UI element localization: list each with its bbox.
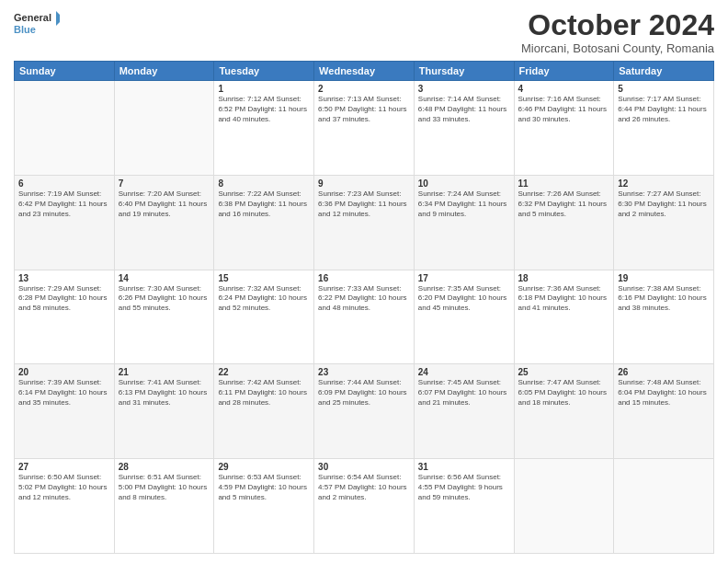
calendar-cell: 22Sunrise: 7:42 AM Sunset: 6:11 PM Dayli… xyxy=(214,364,314,459)
day-number: 4 xyxy=(518,84,610,94)
day-number: 9 xyxy=(318,178,410,189)
day-detail: Sunrise: 7:48 AM Sunset: 6:04 PM Dayligh… xyxy=(618,378,710,408)
calendar-cell xyxy=(614,459,714,554)
day-detail: Sunrise: 7:24 AM Sunset: 6:34 PM Dayligh… xyxy=(418,190,510,219)
svg-text:Blue: Blue xyxy=(14,24,36,35)
calendar-cell: 3Sunrise: 7:14 AM Sunset: 6:48 PM Daylig… xyxy=(414,81,514,176)
day-number: 21 xyxy=(119,367,210,377)
day-detail: Sunrise: 7:44 AM Sunset: 6:09 PM Dayligh… xyxy=(318,378,410,408)
day-detail: Sunrise: 7:42 AM Sunset: 6:11 PM Dayligh… xyxy=(218,378,310,408)
calendar-cell: 29Sunrise: 6:53 AM Sunset: 4:59 PM Dayli… xyxy=(214,459,314,554)
calendar-day-header: Sunday xyxy=(15,62,115,81)
day-detail: Sunrise: 7:17 AM Sunset: 6:44 PM Dayligh… xyxy=(618,95,710,124)
day-number: 16 xyxy=(318,273,410,283)
day-detail: Sunrise: 6:54 AM Sunset: 4:57 PM Dayligh… xyxy=(318,473,410,502)
day-detail: Sunrise: 7:47 AM Sunset: 6:05 PM Dayligh… xyxy=(518,378,610,408)
svg-marker-2 xyxy=(56,11,60,26)
calendar-cell: 16Sunrise: 7:33 AM Sunset: 6:22 PM Dayli… xyxy=(314,270,415,364)
day-detail: Sunrise: 7:13 AM Sunset: 6:50 PM Dayligh… xyxy=(318,95,410,124)
day-number: 29 xyxy=(218,462,310,472)
day-detail: Sunrise: 6:56 AM Sunset: 4:55 PM Dayligh… xyxy=(418,473,510,502)
svg-text:General: General xyxy=(14,12,51,23)
day-detail: Sunrise: 6:53 AM Sunset: 4:59 PM Dayligh… xyxy=(218,473,310,502)
day-number: 20 xyxy=(18,367,110,377)
calendar-day-header: Friday xyxy=(514,62,614,81)
day-detail: Sunrise: 7:14 AM Sunset: 6:48 PM Dayligh… xyxy=(418,95,510,124)
calendar-cell: 25Sunrise: 7:47 AM Sunset: 6:05 PM Dayli… xyxy=(514,364,614,459)
day-detail: Sunrise: 7:12 AM Sunset: 6:52 PM Dayligh… xyxy=(218,95,310,124)
calendar-cell xyxy=(114,81,214,176)
day-detail: Sunrise: 7:45 AM Sunset: 6:07 PM Dayligh… xyxy=(418,378,510,408)
calendar-header-row: SundayMondayTuesdayWednesdayThursdayFrid… xyxy=(15,62,714,81)
day-number: 15 xyxy=(218,273,310,283)
day-detail: Sunrise: 7:20 AM Sunset: 6:40 PM Dayligh… xyxy=(119,190,210,219)
calendar-cell: 19Sunrise: 7:38 AM Sunset: 6:16 PM Dayli… xyxy=(614,270,714,364)
day-number: 2 xyxy=(318,84,410,94)
calendar-cell: 9Sunrise: 7:23 AM Sunset: 6:36 PM Daylig… xyxy=(314,175,415,270)
day-number: 25 xyxy=(518,367,610,377)
calendar-cell: 6Sunrise: 7:19 AM Sunset: 6:42 PM Daylig… xyxy=(15,175,115,270)
calendar-table: SundayMondayTuesdayWednesdayThursdayFrid… xyxy=(14,61,714,554)
calendar-cell: 21Sunrise: 7:41 AM Sunset: 6:13 PM Dayli… xyxy=(114,364,214,459)
day-detail: Sunrise: 7:38 AM Sunset: 6:16 PM Dayligh… xyxy=(618,284,710,314)
day-detail: Sunrise: 7:39 AM Sunset: 6:14 PM Dayligh… xyxy=(18,378,110,408)
calendar-week-row: 1Sunrise: 7:12 AM Sunset: 6:52 PM Daylig… xyxy=(15,81,714,176)
day-detail: Sunrise: 7:22 AM Sunset: 6:38 PM Dayligh… xyxy=(218,190,310,219)
day-detail: Sunrise: 7:33 AM Sunset: 6:22 PM Dayligh… xyxy=(318,284,410,314)
day-number: 14 xyxy=(119,273,210,283)
header: General Blue October 2024 Miorcani, Boto… xyxy=(14,9,714,55)
day-detail: Sunrise: 7:30 AM Sunset: 6:26 PM Dayligh… xyxy=(119,284,210,314)
subtitle: Miorcani, Botosani County, Romania xyxy=(521,41,714,55)
calendar-day-header: Thursday xyxy=(414,62,514,81)
calendar-day-header: Tuesday xyxy=(214,62,314,81)
day-number: 30 xyxy=(318,462,410,472)
day-number: 11 xyxy=(518,178,610,189)
day-detail: Sunrise: 7:35 AM Sunset: 6:20 PM Dayligh… xyxy=(418,284,510,314)
calendar-day-header: Wednesday xyxy=(314,62,415,81)
calendar-cell: 18Sunrise: 7:36 AM Sunset: 6:18 PM Dayli… xyxy=(514,270,614,364)
day-number: 24 xyxy=(418,367,510,377)
calendar-cell: 10Sunrise: 7:24 AM Sunset: 6:34 PM Dayli… xyxy=(414,175,514,270)
day-detail: Sunrise: 7:41 AM Sunset: 6:13 PM Dayligh… xyxy=(119,378,210,408)
calendar-week-row: 20Sunrise: 7:39 AM Sunset: 6:14 PM Dayli… xyxy=(15,364,714,459)
day-number: 28 xyxy=(119,462,210,472)
day-number: 27 xyxy=(18,462,110,472)
day-number: 6 xyxy=(18,178,110,189)
day-number: 31 xyxy=(418,462,510,472)
day-number: 3 xyxy=(418,84,510,94)
calendar-cell: 7Sunrise: 7:20 AM Sunset: 6:40 PM Daylig… xyxy=(114,175,214,270)
calendar-cell: 8Sunrise: 7:22 AM Sunset: 6:38 PM Daylig… xyxy=(214,175,314,270)
day-detail: Sunrise: 7:23 AM Sunset: 6:36 PM Dayligh… xyxy=(318,190,410,219)
calendar-cell: 23Sunrise: 7:44 AM Sunset: 6:09 PM Dayli… xyxy=(314,364,415,459)
calendar-cell xyxy=(514,459,614,554)
calendar-cell: 31Sunrise: 6:56 AM Sunset: 4:55 PM Dayli… xyxy=(414,459,514,554)
day-detail: Sunrise: 6:50 AM Sunset: 5:02 PM Dayligh… xyxy=(18,473,110,502)
logo-svg: General Blue xyxy=(14,9,60,39)
day-number: 1 xyxy=(218,84,310,94)
day-number: 18 xyxy=(518,273,610,283)
calendar-cell: 27Sunrise: 6:50 AM Sunset: 5:02 PM Dayli… xyxy=(15,459,115,554)
calendar-cell: 4Sunrise: 7:16 AM Sunset: 6:46 PM Daylig… xyxy=(514,81,614,176)
day-number: 8 xyxy=(218,178,310,189)
page: General Blue October 2024 Miorcani, Boto… xyxy=(0,0,728,563)
calendar-cell: 28Sunrise: 6:51 AM Sunset: 5:00 PM Dayli… xyxy=(114,459,214,554)
calendar-cell: 12Sunrise: 7:27 AM Sunset: 6:30 PM Dayli… xyxy=(614,175,714,270)
calendar-cell: 13Sunrise: 7:29 AM Sunset: 6:28 PM Dayli… xyxy=(15,270,115,364)
day-number: 12 xyxy=(618,178,710,189)
day-number: 26 xyxy=(618,367,710,377)
calendar-cell: 11Sunrise: 7:26 AM Sunset: 6:32 PM Dayli… xyxy=(514,175,614,270)
day-detail: Sunrise: 6:51 AM Sunset: 5:00 PM Dayligh… xyxy=(119,473,210,502)
calendar-cell: 1Sunrise: 7:12 AM Sunset: 6:52 PM Daylig… xyxy=(214,81,314,176)
day-detail: Sunrise: 7:26 AM Sunset: 6:32 PM Dayligh… xyxy=(518,190,610,219)
calendar-cell: 24Sunrise: 7:45 AM Sunset: 6:07 PM Dayli… xyxy=(414,364,514,459)
day-detail: Sunrise: 7:29 AM Sunset: 6:28 PM Dayligh… xyxy=(18,284,110,314)
calendar-day-header: Monday xyxy=(114,62,214,81)
day-number: 23 xyxy=(318,367,410,377)
calendar-week-row: 13Sunrise: 7:29 AM Sunset: 6:28 PM Dayli… xyxy=(15,270,714,364)
logo: General Blue xyxy=(14,9,60,39)
calendar-cell: 2Sunrise: 7:13 AM Sunset: 6:50 PM Daylig… xyxy=(314,81,415,176)
title-block: October 2024 Miorcani, Botosani County, … xyxy=(521,9,714,55)
day-number: 7 xyxy=(119,178,210,189)
day-number: 10 xyxy=(418,178,510,189)
calendar-week-row: 27Sunrise: 6:50 AM Sunset: 5:02 PM Dayli… xyxy=(15,459,714,554)
